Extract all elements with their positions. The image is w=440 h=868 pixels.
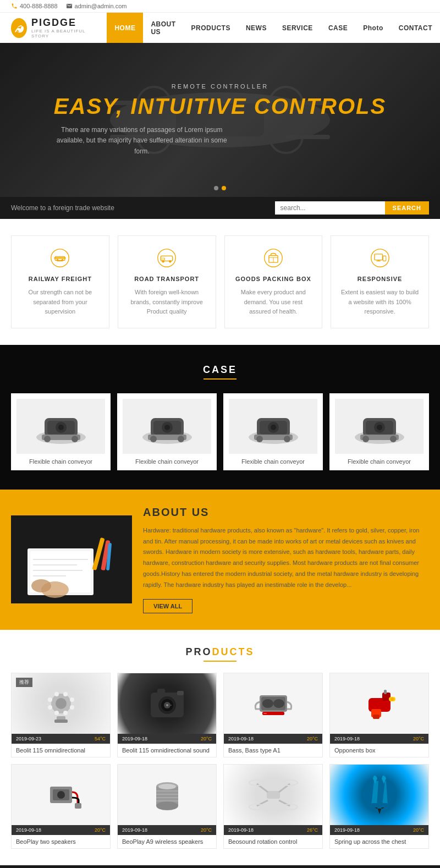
product-name-3: Bass, Bass type A1: [224, 744, 322, 757]
product-7[interactable]: 2019-09-18 26°C Beosound rotation contro…: [223, 764, 323, 849]
svg-point-93: [166, 704, 168, 706]
hero-content: REMOTE CONTROLLER EASY, INTUITIVE CONTRO…: [54, 83, 386, 157]
svg-rect-88: [54, 719, 68, 723]
product-info-2: 2019-09-18 20°C: [118, 734, 216, 744]
svg-point-60: [377, 425, 382, 430]
nav-home[interactable]: HOME: [107, 13, 143, 43]
svg-point-46: [150, 436, 157, 442]
case-item-3[interactable]: Flexible chain conveyor: [223, 393, 323, 470]
nav-products[interactable]: PRODUCTS: [184, 13, 238, 43]
feature-responsive: RESPONSIVE Extent is easiest way to buil…: [331, 235, 429, 328]
product-6[interactable]: 2019-09-18 20°C BeoPlay A9 wireless spea…: [117, 764, 217, 849]
svg-point-63: [390, 436, 397, 442]
svg-point-62: [362, 436, 369, 442]
welcome-text: Welcome to a foreign trade website: [11, 204, 114, 212]
svg-point-36: [58, 425, 64, 430]
nav-contact[interactable]: CONTACT: [391, 13, 440, 43]
nav-service[interactable]: SERVICE: [274, 13, 321, 43]
case-img-1: [16, 399, 105, 454]
svg-point-39: [72, 436, 78, 442]
svg-point-86: [48, 705, 52, 710]
case-grid: Flexible chain conveyor Flexible c: [11, 393, 429, 470]
svg-point-113: [57, 791, 65, 799]
case-section: CASE Flexible chain conveyor: [0, 345, 440, 490]
case-item-4[interactable]: Flexible chain conveyor: [329, 393, 429, 470]
svg-rect-94: [157, 689, 165, 694]
dot-1[interactable]: [214, 186, 218, 190]
nav-about[interactable]: ABOUT US: [143, 13, 183, 43]
svg-rect-15: [54, 257, 67, 259]
logo-icon: [11, 18, 27, 38]
view-all-button[interactable]: VIEW ALL: [143, 599, 193, 613]
footer: CONTACT 📞 Tel: 400-500-0000 💬 微信: 400-88…: [0, 865, 440, 868]
case-item-1[interactable]: Flexible chain conveyor: [11, 393, 111, 470]
product-cable-svg: [34, 770, 89, 820]
svg-point-84: [63, 711, 68, 715]
hero-subtitle: REMOTE CONTROLLER: [54, 83, 386, 90]
conveyor-svg-4: [346, 402, 413, 451]
hero-banner: REMOTE CONTROLLER EASY, INTUITIVE CONTRO…: [0, 43, 440, 197]
nav-photo[interactable]: Photo: [355, 13, 391, 43]
case-item-2[interactable]: Flexible chain conveyor: [117, 393, 217, 470]
conveyor-svg-1: [28, 402, 94, 451]
product-info-6: 2019-09-18 20°C: [118, 825, 216, 835]
hero-title: EASY, INTUITIVE CONTROLS: [54, 94, 386, 118]
product-3[interactable]: 2019-09-18 20°C Bass, Bass type A1: [223, 673, 323, 757]
product-name-6: BeoPlay A9 wireless speakers: [118, 835, 216, 848]
top-bar: 400-888-8888 admin@admin.com: [0, 0, 440, 13]
svg-rect-103: [263, 713, 267, 714]
about-illustration: [11, 515, 132, 603]
product-img-3: [224, 673, 322, 734]
case-img-4: [335, 399, 424, 454]
product-tool-svg: [352, 679, 407, 728]
goods-icon: [262, 247, 284, 269]
svg-point-78: [56, 698, 67, 709]
product-name-8: Spring up across the chest: [330, 835, 428, 848]
product-8[interactable]: 2019-09-18 20°C Spring up across the che…: [329, 764, 429, 849]
product-2[interactable]: 2019-09-18 20°C Beolit 115 omnidirection…: [117, 673, 217, 757]
svg-point-54: [256, 436, 263, 442]
products-section: PRODUCTS 推荐: [0, 630, 440, 865]
svg-point-118: [158, 784, 176, 789]
about-content: ABOUT US Hardware: traditional hardware …: [143, 506, 429, 613]
svg-point-79: [48, 697, 52, 702]
product-name-2: Beolit 115 omnidirectional sound: [118, 744, 216, 757]
case-img-2: [123, 399, 211, 454]
case-label-4: Flexible chain conveyor: [348, 458, 411, 465]
product-info-3: 2019-09-18 20°C: [224, 734, 322, 744]
product-info-5: 2019-09-18 20°C: [12, 825, 110, 835]
product-4[interactable]: 2019-09-18 20°C Opponents box: [329, 673, 429, 757]
feature-goods: GOODS PACKING BOX Make every product and…: [224, 235, 323, 328]
search-input[interactable]: [275, 201, 385, 215]
svg-point-80: [54, 692, 59, 696]
svg-point-44: [164, 425, 170, 430]
product-img-6: [118, 765, 216, 825]
nav-case[interactable]: CASE: [321, 13, 355, 43]
product-name-5: BeoPlay two speakers: [12, 835, 110, 848]
product-1[interactable]: 推荐: [11, 673, 111, 757]
product-name-4: Opponents box: [330, 744, 428, 757]
nav-news[interactable]: NEWS: [238, 13, 274, 43]
dot-2[interactable]: [222, 186, 226, 190]
feature-responsive-desc: Extent is easiest way to build a website…: [339, 288, 420, 317]
svg-rect-29: [383, 256, 386, 261]
case-label-3: Flexible chain conveyor: [241, 458, 305, 465]
search-bar: Welcome to a foreign trade website SEARC…: [0, 197, 440, 219]
product-5[interactable]: 2019-09-18 20°C BeoPlay two speakers: [11, 764, 111, 849]
svg-rect-133: [371, 803, 388, 807]
feature-railway-title: RAILWAY FREIGHT: [20, 276, 101, 282]
product-drone-svg: [246, 770, 301, 820]
hero-dots: [214, 186, 226, 190]
product-info-7: 2019-09-18 26°C: [224, 825, 322, 835]
product-light-svg: [34, 679, 89, 728]
svg-point-55: [284, 436, 290, 442]
about-image: [11, 515, 132, 603]
product-pliers-svg: [352, 770, 407, 820]
svg-rect-95: [177, 691, 184, 695]
svg-point-82: [70, 697, 74, 702]
svg-rect-124: [267, 791, 280, 799]
search-button[interactable]: SEARCH: [385, 201, 429, 215]
svg-point-21: [169, 260, 172, 263]
email-icon: [66, 3, 73, 9]
feature-road-title: ROAD TRANSPORT: [127, 276, 207, 282]
